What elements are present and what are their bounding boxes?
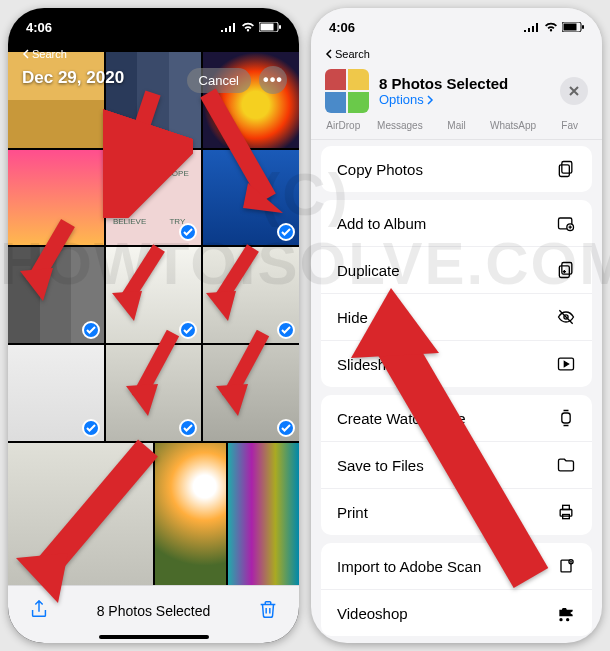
selected-checkmark-icon xyxy=(82,419,100,437)
share-target[interactable]: Messages xyxy=(372,120,429,131)
back-to-search[interactable]: Search xyxy=(22,48,67,60)
share-sheet-header: 8 Photos Selected Options xyxy=(311,63,602,123)
folder-icon xyxy=(556,455,576,475)
wifi-icon xyxy=(544,22,558,32)
action-label: Print xyxy=(337,504,368,521)
action-videoshop[interactable]: Videoshop xyxy=(321,590,592,636)
photos-scroll-area[interactable]: DREAM HOPE BELIEVE TRY xyxy=(8,8,299,585)
action-slideshow[interactable]: Slideshow xyxy=(321,341,592,387)
action-label: Duplicate xyxy=(337,262,400,279)
svg-rect-14 xyxy=(562,413,570,423)
photo-thumb[interactable] xyxy=(106,345,202,441)
back-label: Search xyxy=(335,48,370,60)
selected-checkmark-icon xyxy=(179,419,197,437)
status-time: 4:06 xyxy=(329,20,355,35)
svg-rect-7 xyxy=(559,165,569,177)
wifi-icon xyxy=(241,22,255,32)
play-icon xyxy=(556,354,576,374)
svg-rect-15 xyxy=(560,510,572,517)
signal-icon xyxy=(524,22,540,32)
date-header: Dec 29, 2020 xyxy=(22,68,124,88)
action-copy-photos[interactable]: Copy Photos xyxy=(321,146,592,192)
photo-thumb[interactable] xyxy=(228,443,299,585)
photo-thumb[interactable] xyxy=(106,247,202,343)
photo-thumb[interactable] xyxy=(8,150,104,246)
photo-thumb[interactable] xyxy=(203,150,299,246)
share-action-list[interactable]: Copy Photos Add to Album Duplicate Hide … xyxy=(321,146,592,637)
back-label: Search xyxy=(32,48,67,60)
signal-icon xyxy=(221,22,237,32)
share-targets-row[interactable]: AirDrop Messages Mail WhatsApp Fav xyxy=(311,120,602,140)
share-target[interactable]: Mail xyxy=(428,120,485,131)
action-duplicate[interactable]: Duplicate xyxy=(321,247,592,294)
svg-rect-16 xyxy=(563,505,570,509)
action-label: Hide xyxy=(337,309,368,326)
photo-thumb[interactable] xyxy=(8,443,153,585)
status-bar: 4:06 xyxy=(8,8,299,46)
battery-icon xyxy=(259,22,281,32)
options-button[interactable]: Options xyxy=(379,92,550,107)
photo-thumb[interactable] xyxy=(203,345,299,441)
phone-photos-grid: 4:06 Search DREAM HOPE BELIEVE TRY xyxy=(8,8,299,643)
share-button[interactable] xyxy=(28,598,50,624)
action-save-to-files[interactable]: Save to Files xyxy=(321,442,592,489)
copy-icon xyxy=(556,159,576,179)
chevron-right-icon xyxy=(426,95,434,105)
duplicate-icon xyxy=(556,260,576,280)
hide-icon xyxy=(556,307,576,327)
options-label: Options xyxy=(379,92,424,107)
status-indicators xyxy=(524,22,584,32)
photo-thumb[interactable] xyxy=(8,247,104,343)
photo-thumb[interactable] xyxy=(8,345,104,441)
action-create-watch-face[interactable]: Create Watch Face xyxy=(321,395,592,442)
watch-icon xyxy=(556,408,576,428)
share-target[interactable]: Fav xyxy=(541,120,598,131)
action-label: Save to Files xyxy=(337,457,424,474)
printer-icon xyxy=(556,502,576,522)
photo-grid: DREAM HOPE BELIEVE TRY xyxy=(8,52,299,585)
action-print[interactable]: Print xyxy=(321,489,592,535)
back-to-search[interactable]: Search xyxy=(325,48,370,60)
share-target[interactable]: AirDrop xyxy=(315,120,372,131)
sheet-title: 8 Photos Selected xyxy=(379,75,550,92)
svg-rect-4 xyxy=(564,24,577,31)
selected-checkmark-icon xyxy=(179,321,197,339)
delete-button[interactable] xyxy=(257,598,279,624)
status-indicators xyxy=(221,22,281,32)
selection-preview xyxy=(325,69,369,113)
status-time: 4:06 xyxy=(26,20,52,35)
svg-rect-5 xyxy=(582,25,584,29)
action-label: Import to Adobe Scan xyxy=(337,558,481,575)
cancel-button[interactable]: Cancel xyxy=(187,68,251,93)
photo-thumb[interactable] xyxy=(155,443,226,585)
svg-rect-6 xyxy=(562,162,572,174)
share-target[interactable]: WhatsApp xyxy=(485,120,542,131)
svg-rect-10 xyxy=(562,263,572,275)
phone-share-sheet: 4:06 Search 8 Photos Selected Options Ai… xyxy=(311,8,602,643)
action-import-adobe-scan[interactable]: Import to Adobe Scan xyxy=(321,543,592,590)
tile-text: DREAM xyxy=(106,150,154,198)
close-button[interactable] xyxy=(560,77,588,105)
action-label: Videoshop xyxy=(337,605,408,622)
tile-text: HOPE xyxy=(154,150,202,198)
selected-count-label: 8 Photos Selected xyxy=(97,603,211,619)
battery-icon xyxy=(562,22,584,32)
status-bar: 4:06 xyxy=(311,8,602,46)
selected-checkmark-icon xyxy=(277,321,295,339)
share-icon xyxy=(28,598,50,620)
scan-icon xyxy=(556,556,576,576)
selected-checkmark-icon xyxy=(82,321,100,339)
photo-thumb[interactable]: DREAM HOPE BELIEVE TRY xyxy=(106,150,202,246)
selected-checkmark-icon xyxy=(277,223,295,241)
action-label: Create Watch Face xyxy=(337,410,466,427)
chevron-left-icon xyxy=(22,49,30,59)
action-hide[interactable]: Hide xyxy=(321,294,592,341)
action-add-to-album[interactable]: Add to Album xyxy=(321,200,592,247)
svg-rect-2 xyxy=(279,25,281,29)
photo-thumb[interactable] xyxy=(8,52,104,148)
photo-thumb[interactable] xyxy=(203,247,299,343)
chevron-left-icon xyxy=(325,49,333,59)
more-button[interactable]: ••• xyxy=(259,66,287,94)
close-icon xyxy=(568,85,580,97)
home-indicator[interactable] xyxy=(99,635,209,639)
